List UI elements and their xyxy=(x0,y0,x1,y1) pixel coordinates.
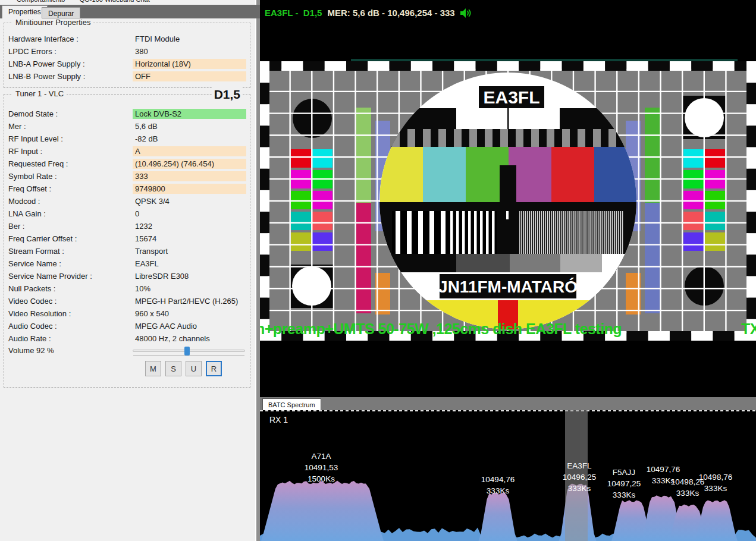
testcard-circle: EA3FL xyxy=(379,72,637,330)
property-label: Video Resolution : xyxy=(4,309,133,318)
property-label: Audio Rate : xyxy=(4,334,133,343)
property-row: Symbol Rate :333 xyxy=(4,170,250,183)
spectrum-tabbar: BATC Spectrum xyxy=(260,397,756,410)
tuner-group: Tuner 1 - VLC D1,5 Demod State :Lock DVB… xyxy=(4,94,250,388)
property-row: LNB-B Power Supply :OFF xyxy=(4,70,250,83)
group-title: Tuner 1 - VLC xyxy=(12,89,67,98)
tab-strip: Properties Depurar xyxy=(0,5,260,18)
property-label: Video Codec : xyxy=(4,297,133,306)
property-row: Video Resolution :960 x 540 xyxy=(4,307,250,320)
clipped-menu-bar: Comportamiento QO-100 Wideband Chat xyxy=(0,0,255,5)
u-button[interactable]: U xyxy=(186,361,202,376)
signal-label: 10494,76333Ks xyxy=(481,474,515,496)
tab-properties[interactable]: Properties xyxy=(2,5,48,18)
property-value: 5,6 dB xyxy=(133,121,246,131)
property-value: Transport xyxy=(133,246,246,256)
property-label: Audio Codec : xyxy=(4,322,133,331)
property-value: 960 x 540 xyxy=(133,309,246,319)
station-callsign: EA3FL - D1,5 xyxy=(265,8,322,18)
property-label: LNB-B Power Supply : xyxy=(4,72,133,81)
rx-label: RX 1 xyxy=(269,415,288,424)
property-label: Requested Freq : xyxy=(4,159,133,168)
property-value: 0 xyxy=(133,209,246,219)
property-value: EA3FL xyxy=(133,259,246,269)
batc-spectrum-panel[interactable]: RX 1 A71A10491,531500Ks10494,76333KsEA3F… xyxy=(260,410,756,541)
volume-label: Volume 92 % xyxy=(4,346,133,355)
property-label: Mer : xyxy=(4,122,133,131)
volume-slider[interactable] xyxy=(133,350,245,352)
group-title: Minitiouner Properties xyxy=(12,18,93,27)
property-row: Requested Freq :(10.496.254) (746.454) xyxy=(4,158,250,170)
pane-splitter[interactable] xyxy=(255,0,260,541)
property-row: Freq Carrier Offset :15674 xyxy=(4,232,250,245)
volume-slider-thumb[interactable] xyxy=(184,347,190,356)
m-button[interactable]: M xyxy=(145,361,161,376)
volume-row: Volume 92 % xyxy=(4,344,250,357)
property-value: 10% xyxy=(133,284,246,294)
s-button[interactable]: S xyxy=(165,361,181,376)
video-window: EA3FL - D1,5 MER: 5,6 dB - 10,496,254 - … xyxy=(260,0,756,397)
testcard-callsign: EA3FL xyxy=(483,87,539,107)
property-value: 1232 xyxy=(133,221,246,231)
clipped-menu-text: Comportamiento QO-100 Wideband Chat xyxy=(17,0,150,3)
property-row: RF Input Level :-82 dB xyxy=(4,133,250,145)
property-value: A xyxy=(133,146,246,156)
tuner-rows: Demod State :Lock DVB-S2Mer :5,6 dBRF In… xyxy=(4,108,250,345)
property-row: Stream Format :Transport xyxy=(4,245,250,257)
tab-batc-spectrum[interactable]: BATC Spectrum xyxy=(262,398,321,410)
minitiouner-properties-group: Minitiouner Properties Hardware Interfac… xyxy=(4,23,250,88)
spectrum-border-dashes xyxy=(260,410,756,411)
property-value: MPEG AAC Audio xyxy=(133,321,246,331)
overlay-main-text: n+preamp+UMTS 50-75W ,125cms dish EA3FL … xyxy=(260,320,622,338)
property-label: Modcod : xyxy=(4,197,133,206)
spectrum-signal[interactable] xyxy=(479,492,517,541)
splitter-edge xyxy=(255,0,256,541)
property-value: 9749800 xyxy=(133,184,246,194)
castellation-bars xyxy=(392,129,616,147)
property-value: QPSK 3/4 xyxy=(133,196,246,206)
signal-label: EA3FL10496,25333Ks xyxy=(563,460,596,494)
msur-buttons: MSUR xyxy=(145,361,222,376)
property-row: LPDC Errors :380 xyxy=(4,45,250,58)
speaker-icon[interactable] xyxy=(460,8,472,18)
property-row: Freq Offset :9749800 xyxy=(4,183,250,195)
property-label: Null Packets : xyxy=(4,284,133,293)
property-row: Ber :1232 xyxy=(4,220,250,232)
testcard-video: EA3FL xyxy=(260,61,756,341)
property-value: 333 xyxy=(133,171,246,181)
property-row: Null Packets :10% xyxy=(4,282,250,295)
property-value: -82 dB xyxy=(133,134,246,144)
property-label: Stream Format : xyxy=(4,247,133,256)
tab-depurar[interactable]: Depurar xyxy=(42,7,80,18)
property-value: LibreSDR E308 xyxy=(133,271,246,281)
property-value: MPEG-H Part2/HEVC (H.265) xyxy=(133,296,246,306)
property-row: Video Codec :MPEG-H Part2/HEVC (H.265) xyxy=(4,295,250,307)
property-value: OFF xyxy=(133,71,246,81)
property-value: 380 xyxy=(133,46,246,56)
property-row: LNA Gain :0 xyxy=(4,207,250,220)
property-label: LNA Gain : xyxy=(4,209,133,218)
signal-label: A71A10491,531500Ks xyxy=(305,451,338,485)
property-row: Audio Rate :48000 Hz, 2 channels xyxy=(4,332,250,345)
video-header: EA3FL - D1,5 MER: 5,6 dB - 10,496,254 - … xyxy=(260,6,756,20)
property-label: Service Name Provider : xyxy=(4,272,133,281)
overlay-tx-text: TX xyxy=(741,320,756,338)
property-row: Mer :5,6 dB xyxy=(4,120,250,133)
property-value: FTDI Module xyxy=(133,34,246,44)
tuner-badge: D1,5 xyxy=(212,87,243,102)
property-label: Freq Carrier Offset : xyxy=(4,234,133,243)
properties-pane: Comportamiento QO-100 Wideband Chat Mini… xyxy=(0,0,255,541)
mer-stats: MER: 5,6 dB - 10,496,254 - 333 xyxy=(327,8,454,18)
spectrum-signal[interactable] xyxy=(261,481,384,541)
property-value: 15674 xyxy=(133,234,246,244)
property-value: Horizontal (18V) xyxy=(133,59,246,69)
minitiouner-rows: Hardware Interface :FTDI ModuleLPDC Erro… xyxy=(4,33,250,83)
testcard-locator: JN11FM-MATARÓ xyxy=(438,278,578,296)
property-label: Demod State : xyxy=(4,109,133,118)
property-row: LNB-A Power Supply :Horizontal (18V) xyxy=(4,58,250,70)
property-label: LNB-A Power Supply : xyxy=(4,59,133,68)
signal-label: 10498,76333Ks xyxy=(699,471,732,494)
property-label: Service Name : xyxy=(4,259,133,268)
r-button[interactable]: R xyxy=(206,361,222,376)
spectrum-signal[interactable] xyxy=(695,500,738,541)
